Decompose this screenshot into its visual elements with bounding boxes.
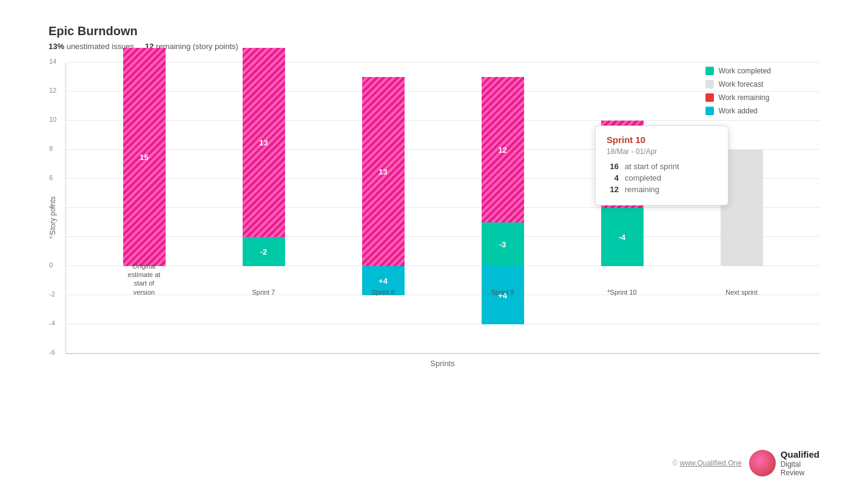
bar-label-sprint-7: Sprint 7 — [240, 288, 288, 296]
bar-label-sprint-8: Sprint 8 — [359, 288, 408, 296]
tooltip-num-3: 12 — [607, 185, 619, 194]
tooltip-title: Sprint 10 — [607, 135, 717, 145]
bar-group-original-estimate: 15Originalestimate atstart ofversion — [123, 62, 166, 353]
bar-seg-sprint-8-0: 13 — [362, 77, 405, 266]
x-axis-label: Sprints — [66, 359, 819, 368]
tooltip: Sprint 10 18/Mar - 01/Apr 16 at start of… — [595, 125, 728, 206]
bar-seg-label: -2 — [260, 247, 267, 256]
grid-tick-label: 6 — [49, 174, 53, 181]
chart-inner: 14121086420-2-4-6 15Originalestimate ats… — [66, 63, 819, 368]
tooltip-row-2: 4 completed — [607, 173, 717, 182]
tooltip-desc-1: at start of sprint — [625, 162, 679, 171]
bar-seg-sprint-7-1: 13 — [243, 48, 285, 237]
bar-seg-label: -4 — [619, 233, 626, 242]
bar-stack-sprint-8: 13 — [362, 77, 405, 266]
grid-tick-label: 14 — [49, 58, 56, 65]
grid-tick-label: 2 — [49, 232, 53, 239]
tooltip-desc-2: completed — [625, 173, 661, 182]
bar-group-sprint-7: -213Sprint 7 — [243, 62, 285, 353]
tooltip-num-2: 4 — [607, 173, 619, 182]
footer-link[interactable]: www.Qualified.One — [680, 459, 742, 467]
footer-logo-sub: DigitalReview — [781, 460, 819, 477]
footer-logo-name: Qualified — [781, 449, 819, 460]
grid-tick-label: -4 — [49, 319, 55, 327]
bar-group-next-sprint: Next sprint — [721, 62, 763, 353]
grid-tick-label: -6 — [49, 349, 55, 356]
grid-tick-label: 0 — [49, 261, 53, 269]
bar-label-next-sprint: Next sprint — [718, 288, 766, 296]
bar-seg-label: 13 — [378, 167, 387, 176]
tooltip-row-1: 16 at start of sprint — [607, 162, 717, 171]
footer: © www.Qualified.One Qualified DigitalRev… — [673, 449, 819, 477]
bar-seg-sprint-7-0: -2 — [243, 237, 285, 266]
footer-logo-circle — [749, 450, 776, 476]
bars-row: 15Originalestimate atstart ofversion-213… — [66, 62, 819, 353]
footer-logo: Qualified DigitalReview — [749, 449, 819, 477]
bar-seg-sprint-9-1: 12 — [482, 77, 524, 222]
bar-label-original-estimate: Originalestimate atstart ofversion — [120, 262, 169, 296]
bar-seg-label: +4 — [378, 276, 388, 286]
bar-stack-original-estimate: 15 — [123, 48, 166, 266]
chart-title: Epic Burndown — [49, 24, 819, 38]
footer-copyright: © www.Qualified.One — [673, 459, 742, 467]
chart-container: Epic Burndown 13% unestimated issues 12 … — [49, 24, 819, 427]
bar-stack-sprint-7: -213 — [243, 48, 285, 266]
tooltip-desc-3: remaining — [625, 185, 659, 194]
bar-seg-label: 13 — [259, 138, 267, 147]
bar-label-sprint-9: Sprint 9 — [479, 288, 527, 296]
grid-and-bars: 14121086420-2-4-6 15Originalestimate ats… — [66, 63, 819, 354]
bar-seg-label: 15 — [140, 153, 148, 162]
y-axis-label: Story points — [49, 196, 61, 235]
bar-seg-sprint-10-0: -4 — [601, 208, 644, 266]
footer-logo-text-block: Qualified DigitalReview — [781, 449, 819, 477]
grid-tick-label: -2 — [49, 290, 55, 298]
grid-tick-label: 10 — [49, 116, 56, 123]
bar-seg-label: 12 — [498, 145, 506, 155]
bar-seg-original-estimate-0: 15 — [123, 48, 166, 266]
bar-group-sprint-8: +413Sprint 8 — [362, 62, 405, 353]
bar-group-sprint-10: -412*Sprint 10 — [601, 62, 644, 353]
remaining-label: remaining (story points) — [156, 42, 238, 51]
bar-label-sprint-10: *Sprint 10 — [598, 288, 647, 296]
tooltip-row-3: 12 remaining — [607, 185, 717, 194]
bar-group-sprint-9: +4-312Sprint 9 — [482, 62, 524, 353]
chart-area: Story points 14121086420-2-4-6 15Origina… — [49, 63, 819, 368]
bar-stack-sprint-9: -312 — [482, 77, 524, 266]
unestimated-pct: 13% — [49, 42, 64, 51]
grid-tick-label: 4 — [49, 203, 53, 210]
bar-seg-sprint-9-0: -3 — [482, 222, 524, 266]
bar-seg-label: -3 — [499, 240, 506, 249]
grid-tick-label: 8 — [49, 145, 53, 152]
tooltip-date: 18/Mar - 01/Apr — [607, 147, 717, 156]
grid-tick-label: 12 — [49, 87, 56, 94]
tooltip-num-1: 16 — [607, 162, 619, 171]
